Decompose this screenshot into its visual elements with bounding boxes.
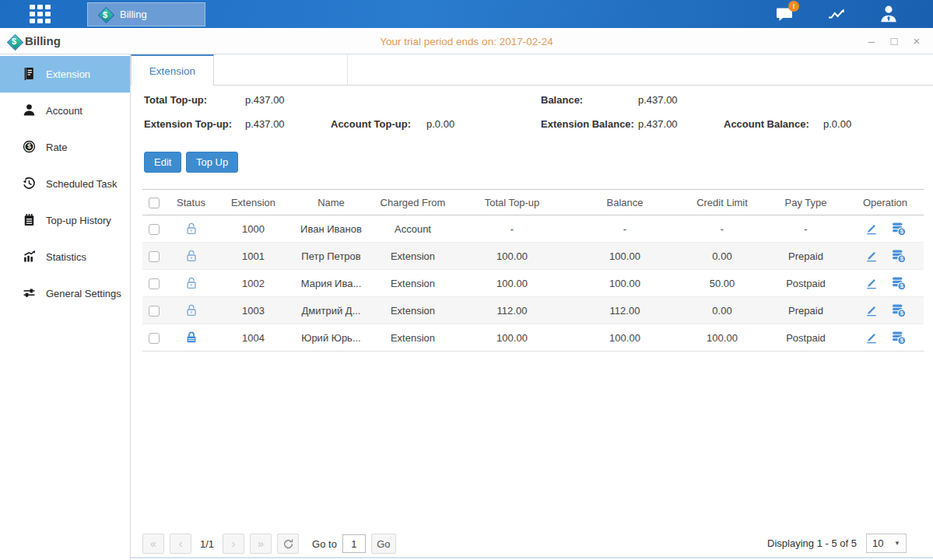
sidebar-item-general-settings[interactable]: General Settings	[0, 275, 130, 312]
notification-badge: !	[788, 1, 799, 12]
cell-name: Мария Ива...	[290, 270, 372, 297]
clock-history-icon	[23, 177, 36, 192]
lock-open-icon[interactable]	[184, 276, 198, 290]
edit-row-icon[interactable]	[865, 249, 879, 263]
sidebar-item-label: Rate	[46, 142, 67, 153]
row-checkbox[interactable]	[149, 251, 160, 262]
row-checkbox[interactable]	[149, 306, 160, 317]
next-page-button[interactable]: ›	[223, 534, 244, 554]
sidebar-item-scheduled-task[interactable]: Scheduled Task	[0, 166, 130, 202]
goto-page-input[interactable]	[342, 534, 366, 553]
sidebar-item-account[interactable]: Account	[0, 93, 130, 129]
sidebar-item-statistics[interactable]: Statistics	[0, 239, 130, 275]
cell-balance: -	[570, 215, 679, 243]
lock-closed-icon[interactable]	[184, 331, 198, 345]
close-button[interactable]: ×	[911, 33, 922, 49]
page-size-select[interactable]: 10 ▼	[866, 534, 907, 553]
sidebar-item-rate[interactable]: $ Rate	[0, 129, 130, 166]
maximize-button[interactable]: □	[889, 33, 900, 49]
window-title-bar: $ Billing Your trial period ends on: 201…	[0, 28, 933, 54]
notepad-icon	[23, 213, 36, 229]
edit-row-icon[interactable]	[865, 222, 879, 236]
apps-grid-icon[interactable]	[30, 5, 53, 24]
cell-charged-from: Account	[372, 215, 454, 243]
refresh-button[interactable]	[277, 534, 299, 554]
lock-open-icon[interactable]	[184, 303, 198, 317]
taskbar-tab-billing[interactable]: $ Billing	[87, 2, 205, 26]
window-title: Billing	[25, 34, 61, 47]
cell-extension: 1000	[216, 215, 290, 243]
cell-charged-from: Extension	[372, 243, 454, 270]
tab-extension[interactable]: Extension	[131, 54, 214, 86]
cell-total-topup: 100.00	[454, 270, 570, 297]
cell-total-topup: 112.00	[454, 297, 570, 324]
edit-row-icon[interactable]	[865, 303, 879, 317]
page-size-value: 10	[872, 537, 883, 549]
edit-button[interactable]: Edit	[144, 152, 181, 173]
person-icon	[23, 103, 36, 119]
sidebar-item-label: Scheduled Task	[46, 178, 118, 190]
extension-table-body: 1000 Иван Иванов Account - - - - $	[142, 215, 924, 352]
balance-label: Balance:	[541, 94, 583, 106]
sidebar-item-label: Account	[46, 105, 82, 117]
total-topup-label: Total Top-up:	[144, 94, 207, 106]
sidebar: Extension Account $ Rate Scheduled Task …	[0, 54, 131, 560]
lock-open-icon[interactable]	[184, 222, 198, 236]
top-up-row-icon[interactable]: $	[891, 221, 907, 236]
col-pay-type: Pay Type	[765, 190, 847, 215]
window-bottom-edge	[131, 557, 933, 558]
sliders-icon	[23, 286, 36, 302]
lock-open-icon[interactable]	[184, 249, 198, 263]
cell-balance: 100.00	[570, 243, 679, 270]
cell-pay-type: Prepaid	[765, 297, 847, 324]
cell-total-topup: 100.00	[454, 324, 570, 352]
cell-pay-type: Postpaid	[765, 270, 847, 297]
top-up-row-icon[interactable]: $	[891, 330, 907, 345]
col-extension: Extension	[216, 190, 290, 215]
tab-strip-rest	[348, 54, 933, 86]
minimize-button[interactable]: –	[866, 33, 877, 49]
cell-credit-limit: 0.00	[679, 243, 765, 270]
table-row: 1004 Юрий Юрь... Extension 100.00 100.00…	[142, 324, 924, 352]
table-row: 1000 Иван Иванов Account - - - - $	[142, 215, 924, 243]
cell-credit-limit: 50.00	[679, 270, 765, 297]
dollar-coin-icon: $	[23, 140, 36, 156]
extension-table: Status Extension Name Charged From Total…	[142, 189, 924, 352]
billing-app-icon: $	[97, 7, 113, 23]
row-checkbox[interactable]	[149, 333, 160, 344]
cell-balance: 112.00	[570, 297, 679, 324]
edit-row-icon[interactable]	[865, 276, 879, 290]
extension-balance-label: Extension Balance:	[541, 118, 634, 130]
cell-pay-type: Prepaid	[765, 243, 847, 270]
account-topup-value: p.0.00	[426, 118, 454, 130]
sidebar-item-topup-history[interactable]: Top-up History	[0, 202, 130, 239]
cell-total-topup: 100.00	[454, 243, 570, 270]
sidebar-item-label: Top-up History	[46, 215, 111, 226]
account-topup-label: Account Top-up:	[331, 118, 411, 130]
extension-topup-value: p.437.00	[245, 118, 285, 130]
sidebar-item-label: General Settings	[46, 288, 121, 299]
top-up-row-icon[interactable]: $	[891, 303, 907, 318]
top-up-row-icon[interactable]: $	[891, 275, 907, 291]
reports-chart-icon[interactable]	[823, 3, 850, 25]
last-page-button[interactable]: »	[250, 534, 272, 554]
prev-page-button[interactable]: ‹	[170, 534, 191, 554]
messages-icon[interactable]: !	[771, 3, 798, 25]
col-total-topup: Total Top-up	[454, 190, 570, 215]
go-button[interactable]: Go	[371, 534, 396, 554]
pagination-bar: « ‹ 1/1 › » Go to Go	[142, 534, 396, 554]
sidebar-item-extension[interactable]: Extension	[0, 56, 130, 93]
edit-row-icon[interactable]	[865, 331, 879, 345]
cell-balance: 100.00	[570, 324, 679, 352]
trial-notice: Your trial period ends on: 2017-02-24	[380, 36, 552, 47]
row-checkbox[interactable]	[149, 278, 160, 289]
top-up-button[interactable]: Top Up	[186, 152, 238, 173]
top-up-row-icon[interactable]: $	[891, 248, 907, 264]
first-page-button[interactable]: «	[142, 534, 164, 554]
cell-name: Петр Петров	[290, 243, 372, 270]
select-all-checkbox[interactable]	[149, 198, 160, 208]
user-account-icon[interactable]	[875, 3, 902, 25]
row-checkbox[interactable]	[149, 224, 160, 235]
cell-pay-type: -	[765, 215, 847, 243]
svg-text:$: $	[27, 142, 31, 150]
